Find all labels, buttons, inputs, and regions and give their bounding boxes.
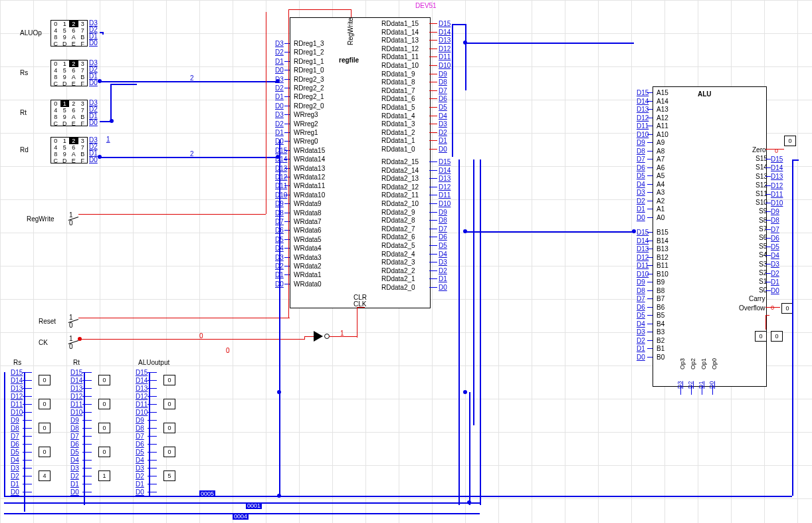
alu-apin-8: D7: [637, 156, 645, 163]
alu-spin-7: D8: [771, 217, 779, 224]
CK-hi: 1: [69, 335, 73, 342]
Rt-dp-0: D15: [70, 369, 82, 376]
rf-llabel-0: RDreg1_3: [294, 40, 324, 47]
ALUoutput-displabel: ALUoutput: [138, 359, 169, 366]
rf-r2-7: RDdata2_8: [381, 217, 415, 224]
rf-r1-15: RDdata1_0: [381, 146, 415, 153]
rf-r1-8: RDdata1_7: [381, 87, 415, 94]
rf-r1-4: RDdata1_11: [381, 53, 419, 60]
rf-r2-6: RDdata2_9: [381, 209, 415, 216]
alu-alabel-4: A11: [657, 122, 668, 130]
alu-apin-13: D2: [637, 197, 645, 205]
CK-lo: 0: [69, 343, 73, 350]
rf-llabel-25: WRdata2: [294, 262, 322, 270]
RegWrite-label: RegWrite: [27, 215, 54, 223]
alu-alabel-10: A5: [657, 172, 664, 179]
rf-r2pin-4: D11: [439, 191, 451, 199]
alu-alabel-13: A2: [657, 197, 664, 205]
alu-blabel-4: B11: [657, 262, 668, 269]
rf-r2pin-8: D7: [439, 225, 447, 233]
alu-op-1: Op2: [690, 358, 696, 369]
ALUOp-pin-D0: D0: [89, 39, 98, 47]
alu-spin-10: D5: [771, 243, 779, 251]
alu-spin-9: D6: [771, 235, 779, 242]
rf-r1-6: RDdata1_9: [381, 70, 415, 78]
ALUoutput-dp-4: D11: [136, 401, 148, 408]
ALUoutput-dp-6: D9: [136, 417, 144, 424]
alu-oppin-0: D3: [676, 381, 683, 389]
Rt-dp-4: D11: [70, 401, 82, 408]
alu-spin-11: D4: [771, 252, 779, 259]
rf-llabel-1: RDreg1_2: [294, 49, 324, 56]
rf-r2-1: RDdata2_14: [381, 167, 419, 174]
alu-spin-3: D12: [771, 182, 783, 189]
rf-r1pin-6: D9: [439, 70, 447, 78]
Rs-dp-2: D13: [11, 385, 23, 392]
Rd-keypad[interactable]: 0123456789ABCDEF: [51, 137, 88, 163]
ALUoutput-digit-1: 0: [163, 399, 175, 409]
rf-llabel-27: WRdata0: [294, 280, 322, 288]
Rt-dp-9: D6: [70, 441, 79, 448]
rf-llabel-15: WRdata12: [294, 173, 325, 181]
Rs-dp-6: D9: [11, 417, 19, 424]
ALUoutput-dp-5: D10: [136, 409, 148, 416]
regfile-regwrite: RegWrite: [347, 18, 354, 46]
rf-r1pin-9: D6: [439, 95, 447, 102]
alu-blabel-14: B1: [657, 345, 664, 352]
CK-label: CK: [39, 339, 48, 346]
rf-r2-4: RDdata2_11: [381, 191, 419, 199]
rf-llabel-8: WRreg3: [294, 111, 318, 118]
rf-r2pin-9: D6: [439, 233, 447, 241]
ALUoutput-dp-10: D5: [136, 449, 144, 456]
rf-r1-13: RDdata1_2: [381, 129, 415, 136]
rf-r1-3: RDdata1_12: [381, 45, 419, 52]
Rs-dp-0: D15: [11, 369, 23, 376]
Rt-dp-5: D10: [70, 409, 82, 416]
Rt-digit-0: 0: [98, 375, 110, 385]
alu-bpin-14: D1: [637, 345, 645, 352]
rt-tag: 1: [106, 136, 110, 143]
alu-apin-10: D5: [637, 172, 645, 179]
rf-r2-13: RDdata2_2: [381, 267, 415, 274]
alu-spin-6: D9: [771, 208, 779, 215]
rf-r1-5: RDdata1_10: [381, 62, 419, 69]
alu-alabel-9: A6: [657, 164, 664, 171]
alu-blabel-9: B6: [657, 304, 664, 311]
rf-r2pin-15: D0: [439, 284, 447, 291]
Rs-dp-8: D7: [11, 433, 19, 440]
rf-llabel-23: WRdata4: [294, 245, 322, 252]
alu-alabel-3: A12: [657, 114, 668, 122]
alu-apin-11: D4: [637, 181, 645, 188]
rf-r1pin-7: D8: [439, 78, 447, 86]
rf-r2-5: RDdata2_10: [381, 200, 419, 207]
rf-r1pin-1: D14: [439, 29, 451, 36]
Rs-dp-1: D14: [11, 377, 23, 384]
alu-op-2: Op1: [700, 358, 707, 369]
rf-llabel-19: WRdata8: [294, 209, 322, 217]
ovf2-display: 0: [771, 331, 783, 342]
ALUoutput-digit-3: 0: [163, 447, 175, 457]
alu-spin-5: D10: [771, 199, 783, 207]
alu-slabel-0: Zero: [752, 146, 766, 154]
Reset-switch[interactable]: [74, 315, 93, 324]
rf-lpin-7: D0: [275, 102, 284, 110]
rf-lpin-10: D1: [275, 129, 284, 136]
rs-tag: 2: [190, 74, 194, 82]
Reset-lo: 0: [69, 322, 73, 329]
alu-blabel-13: B2: [657, 337, 664, 344]
Reset-hi: 1: [69, 314, 73, 321]
alu-alabel-2: A13: [657, 106, 668, 113]
rf-r1-12: RDdata1_3: [381, 120, 415, 128]
alu-blabel-12: B3: [657, 328, 664, 336]
ALUoutput-digit-4: 5: [163, 471, 175, 481]
Rt-dp-14: D1: [70, 480, 79, 488]
Rs-dp-7: D8: [11, 425, 19, 432]
Rt-pin-D0: D0: [89, 119, 98, 126]
rf-r2pin-6: D9: [439, 209, 447, 216]
ALUOp-keypad[interactable]: 0123456789ABCDEF: [51, 20, 88, 47]
ALUoutput-dp-14: D1: [136, 480, 144, 488]
ck1-tag: 1: [340, 330, 344, 337]
Rs-keypad[interactable]: 0123456789ABCDEF: [51, 60, 88, 86]
alu-spin-15: D0: [771, 287, 779, 294]
Rt-keypad[interactable]: 0123456789ABCDEF: [51, 100, 88, 126]
